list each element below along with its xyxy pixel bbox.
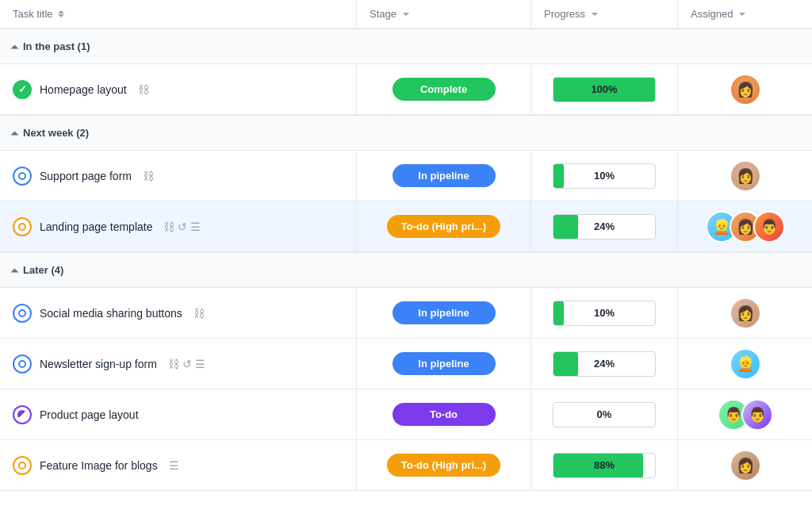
task-icons: ⛓ xyxy=(143,170,154,182)
progress-bar: 100% xyxy=(553,77,656,102)
progress-bar: 0% xyxy=(553,402,656,427)
progress-bar: 24% xyxy=(553,214,656,240)
progress-label: 24% xyxy=(594,220,615,232)
stage-cell: In pipeline xyxy=(357,288,531,338)
status-orange-icon xyxy=(13,456,32,475)
section-past-label: In the past (1) xyxy=(23,40,90,52)
status-purple-icon xyxy=(13,405,32,424)
status-inner xyxy=(18,172,26,180)
avatar: 👩 xyxy=(730,297,761,329)
task-cell: Feature Image for blogs ☰ xyxy=(0,440,357,490)
stage-cell: Complete xyxy=(357,64,531,114)
task-name: Homepage layout xyxy=(40,83,127,96)
link-icon: ⛓ xyxy=(193,307,205,320)
task-cell: Product page layout xyxy=(0,389,357,439)
stage-cell: To-do xyxy=(357,389,531,439)
status-inner xyxy=(18,223,26,231)
progress-cell: 100% xyxy=(531,64,678,114)
stage-badge: To-do (High pri...) xyxy=(387,215,500,238)
list-icon: ☰ xyxy=(195,358,205,370)
status-inner xyxy=(17,410,27,420)
th-stage-label: Stage xyxy=(370,8,396,20)
avatar: 👩 xyxy=(730,74,761,105)
th-assigned-label: Assigned xyxy=(691,8,733,20)
task-cell: Support page form ⛓ xyxy=(0,151,357,201)
progress-cell: 24% xyxy=(531,201,678,251)
progress-bar: 24% xyxy=(553,351,656,377)
link-icon: ⛓ xyxy=(168,358,179,370)
section-next-week-chevron-icon xyxy=(11,131,19,135)
task-icons: ⛓ xyxy=(193,307,205,320)
th-progress-label: Progress xyxy=(544,8,585,20)
task-cell: Newsletter sign-up form ⛓ ↺ ☰ xyxy=(0,339,357,389)
table-row: Product page layout To-do 0% 👨 👨 xyxy=(0,389,812,440)
avatar: 👨 xyxy=(753,211,785,243)
task-name: Product page layout xyxy=(40,408,139,421)
section-next-week[interactable]: Next week (2) xyxy=(0,115,812,151)
progress-fill xyxy=(553,164,564,188)
avatar: 👨 xyxy=(741,399,773,431)
assigned-chevron-icon xyxy=(739,13,745,16)
stage-cell: In pipeline xyxy=(357,339,531,389)
th-task-title[interactable]: Task title xyxy=(0,0,357,28)
progress-cell: 0% xyxy=(531,389,678,439)
avatar: 👩 xyxy=(730,160,761,192)
status-inner xyxy=(18,360,26,368)
stage-badge: In pipeline xyxy=(393,301,496,324)
link-icon: ⛓ xyxy=(143,170,154,182)
status-orange-icon xyxy=(13,217,32,236)
link-icon: ⛓ xyxy=(138,83,149,96)
th-task-title-label: Task title xyxy=(13,8,53,20)
status-blue-icon xyxy=(13,167,32,186)
table-header: Task title Stage Progress Assigned xyxy=(0,0,812,29)
th-assigned[interactable]: Assigned xyxy=(678,0,812,28)
stage-badge: Complete xyxy=(393,78,496,101)
avatar-cell: 👱 xyxy=(678,339,812,389)
sort-icon xyxy=(58,10,64,17)
section-later-label: Later (4) xyxy=(23,264,63,276)
progress-cell: 88% xyxy=(531,440,678,490)
list-icon: ☰ xyxy=(169,459,179,472)
progress-fill xyxy=(553,352,578,376)
avatar-cell: 👩 xyxy=(678,64,812,114)
section-later[interactable]: Later (4) xyxy=(0,252,812,288)
th-progress[interactable]: Progress xyxy=(531,0,678,28)
task-icons: ☰ xyxy=(169,459,179,472)
avatar-group: 👨 👨 xyxy=(718,399,773,431)
section-past[interactable]: In the past (1) xyxy=(0,29,812,64)
task-name: Landing page template xyxy=(40,220,152,233)
table-row: Homepage layout ⛓ Complete 100% 👩 xyxy=(0,64,812,115)
section-past-chevron-icon xyxy=(11,44,19,48)
table-row: Support page form ⛓ In pipeline 10% 👩 xyxy=(0,151,812,201)
status-blue-icon xyxy=(13,304,32,323)
table-row: Social media sharing buttons ⛓ In pipeli… xyxy=(0,288,812,339)
avatar-image: 👱 xyxy=(731,350,760,378)
avatar-image: 👩 xyxy=(731,299,760,328)
task-icons: ⛓ ↺ ☰ xyxy=(163,220,201,233)
task-cell: Social media sharing buttons ⛓ xyxy=(0,288,357,338)
table-row: Landing page template ⛓ ↺ ☰ To-do (High … xyxy=(0,201,812,252)
progress-label: 24% xyxy=(594,358,615,370)
avatar-image: 👨 xyxy=(755,213,783,241)
progress-label: 10% xyxy=(594,307,615,319)
avatar-cell: 👩 xyxy=(678,288,812,338)
th-stage[interactable]: Stage xyxy=(357,0,531,28)
avatar-image: 👩 xyxy=(731,451,760,480)
progress-fill xyxy=(553,215,578,239)
status-blue-icon xyxy=(13,354,32,374)
task-name: Social media sharing buttons xyxy=(40,307,182,320)
progress-bar: 88% xyxy=(553,453,656,478)
avatar-cell: 👩 xyxy=(678,440,812,490)
task-cell: Landing page template ⛓ ↺ ☰ xyxy=(0,201,357,251)
repeat-icon: ↺ xyxy=(182,358,192,370)
avatar-image: 👨 xyxy=(743,400,772,429)
avatar-image: 👩 xyxy=(731,75,760,104)
link-icon: ⛓ xyxy=(163,220,174,233)
stage-chevron-icon xyxy=(403,13,409,16)
avatar-cell: 👨 👨 xyxy=(678,389,812,439)
avatar-group: 👱 👩 👨 xyxy=(706,211,785,243)
progress-label: 0% xyxy=(597,408,612,420)
repeat-icon: ↺ xyxy=(178,220,187,233)
task-cell: Homepage layout ⛓ xyxy=(0,64,357,114)
avatar: 👱 xyxy=(730,348,761,380)
